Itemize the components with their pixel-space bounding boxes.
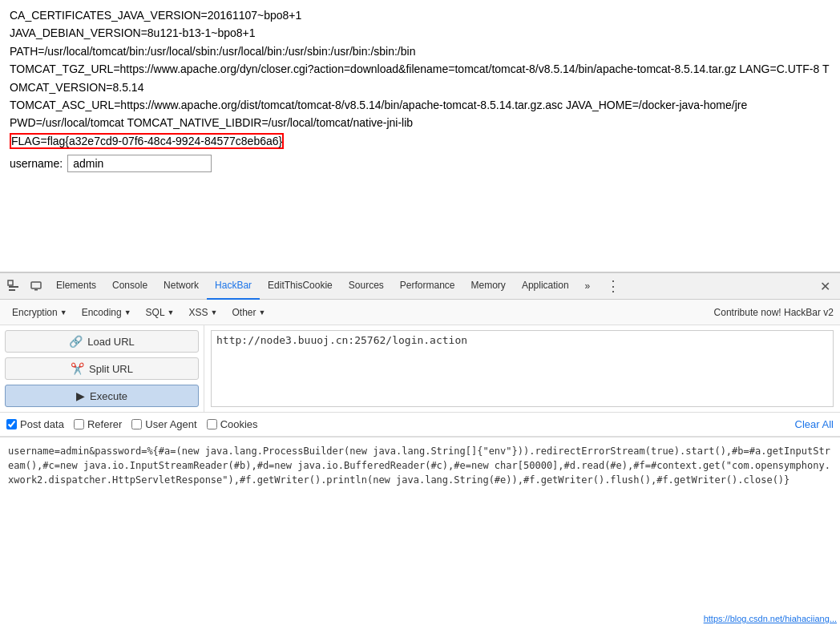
tab-elements[interactable]: Elements [48, 272, 104, 300]
hackbar-checkboxes-row: Post data Referer User Agent Cookies Cle… [0, 413, 840, 437]
load-url-icon: 🔗 [69, 335, 83, 348]
tab-network[interactable]: Network [155, 272, 207, 300]
username-row: username: [10, 155, 830, 172]
tab-application[interactable]: Application [514, 272, 577, 300]
svg-rect-1 [9, 286, 18, 288]
split-url-icon: ✂️ [71, 362, 84, 375]
other-menu[interactable]: Other [226, 304, 271, 321]
username-label: username: [10, 155, 63, 172]
tab-memory[interactable]: Memory [463, 272, 514, 300]
watermark-text: https://blog.csdn.net/hiahaciiang... [704, 614, 837, 623]
encryption-menu[interactable]: Encryption [6, 304, 73, 321]
user-agent-checkbox[interactable] [131, 419, 142, 429]
hackbar-toolbar: Encryption Encoding SQL XSS Other Contri… [0, 300, 840, 325]
user-agent-checkbox-label[interactable]: User Agent [131, 418, 196, 430]
load-url-button[interactable]: 🔗 Load URL [5, 330, 199, 353]
load-url-label: Load URL [87, 336, 135, 348]
flag-value: FLAG=flag{a32e7cd9-07f6-48c4-9924-84577c… [10, 133, 284, 149]
sql-menu[interactable]: SQL [140, 304, 180, 321]
post-data-checkbox-label[interactable]: Post data [6, 418, 64, 430]
devtools-options-icon[interactable]: ⋮ [600, 277, 627, 295]
xss-menu[interactable]: XSS [184, 304, 224, 321]
svg-rect-3 [31, 282, 41, 288]
env-line-4: TOMCAT_TGZ_URL=https://www.apache.org/dy… [10, 60, 830, 96]
contribute-link[interactable]: Contribute now! HackBar v2 [714, 307, 834, 318]
encoding-menu[interactable]: Encoding [76, 304, 137, 321]
execute-button[interactable]: ▶ Execute [5, 385, 199, 407]
referer-label: Referer [87, 418, 122, 430]
main-content-area: CA_CERTIFICATES_JAVA_VERSION=20161107~bp… [0, 0, 840, 272]
split-url-button[interactable]: ✂️ Split URL [5, 357, 199, 380]
contribute-text: Contribute now! [714, 307, 781, 318]
devtools-device-icon[interactable] [26, 276, 46, 296]
svg-rect-2 [9, 289, 15, 291]
env-line-6: PWD=/usr/local/tomcat TOMCAT_NATIVE_LIBD… [10, 114, 830, 131]
url-input[interactable] [211, 330, 834, 407]
hackbar-url-area: 🔗 Load URL ✂️ Split URL ▶ Execute [0, 325, 840, 413]
tab-editthiscookie[interactable]: EditThisCookie [260, 272, 341, 300]
cookies-checkbox[interactable] [207, 419, 217, 429]
cookies-checkbox-label[interactable]: Cookies [207, 418, 258, 430]
execute-label: Execute [90, 390, 127, 402]
cookies-label: Cookies [220, 418, 258, 430]
referer-checkbox[interactable] [74, 419, 84, 429]
svg-rect-4 [34, 289, 38, 291]
flag-line: FLAG=flag{a32e7cd9-07f6-48c4-9924-84577c… [10, 132, 830, 150]
post-data-label: Post data [20, 418, 64, 430]
tab-hackbar[interactable]: HackBar [207, 272, 260, 300]
post-data-content: username=admin&password=%{#a=(new java.l… [8, 446, 830, 486]
env-line-2: JAVA_DEBIAN_VERSION=8u121-b13-1~bpo8+1 [10, 24, 830, 42]
env-line-3: PATH=/usr/local/tomcat/bin:/usr/local/sb… [10, 42, 830, 60]
devtools-close-btn[interactable]: ✕ [814, 279, 837, 294]
devtools-tabs-bar: Elements Console Network HackBar EditThi… [0, 272, 840, 300]
user-agent-label: User Agent [145, 418, 196, 430]
username-input[interactable] [67, 155, 212, 172]
post-data-area[interactable]: username=admin&password=%{#a=(new java.l… [0, 437, 840, 533]
tab-performance[interactable]: Performance [392, 272, 463, 300]
hackbar-right-panel [204, 325, 840, 412]
split-url-label: Split URL [89, 363, 133, 375]
referer-checkbox-label[interactable]: Referer [74, 418, 122, 430]
watermark: https://blog.csdn.net/hiahaciiang... [704, 614, 837, 623]
more-tabs-btn[interactable]: » [579, 276, 597, 296]
tab-sources[interactable]: Sources [341, 272, 392, 300]
tab-console[interactable]: Console [104, 272, 155, 300]
env-line-5: TOMCAT_ASC_URL=https://www.apache.org/di… [10, 96, 830, 114]
env-line-1: CA_CERTIFICATES_JAVA_VERSION=20161107~bp… [10, 6, 830, 24]
hackbar-left-panel: 🔗 Load URL ✂️ Split URL ▶ Execute [0, 325, 204, 412]
hackbar-version: HackBar v2 [781, 307, 834, 318]
post-data-checkbox[interactable] [6, 419, 17, 429]
clear-all-btn[interactable]: Clear All [795, 418, 834, 430]
svg-rect-0 [8, 280, 13, 285]
execute-icon: ▶ [76, 389, 85, 402]
devtools-inspect-icon[interactable] [3, 276, 24, 296]
